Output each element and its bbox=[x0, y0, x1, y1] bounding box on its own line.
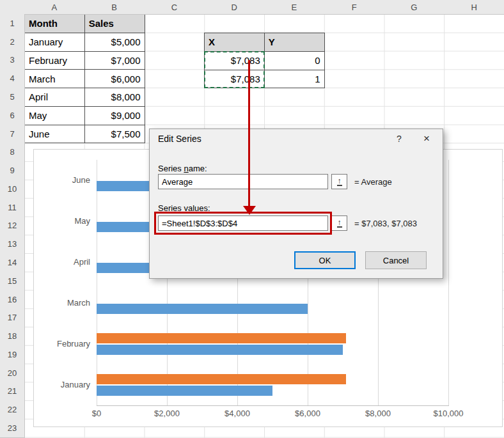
cell-E4[interactable]: 1 bbox=[265, 70, 325, 89]
chart-category-label-february: February bbox=[39, 339, 90, 348]
row-header-16[interactable]: 16 bbox=[0, 290, 25, 309]
column-header-E[interactable]: E bbox=[264, 0, 325, 15]
collapse-dialog-icon: ↑ bbox=[337, 177, 342, 186]
column-header-C[interactable]: C bbox=[145, 0, 205, 15]
row-header-4[interactable]: 4 bbox=[0, 69, 25, 88]
cell-B6[interactable]: $9,000 bbox=[85, 107, 145, 125]
row-header-13[interactable]: 13 bbox=[0, 235, 25, 254]
series-values-label: Series values: bbox=[158, 203, 210, 213]
row-header-8[interactable]: 8 bbox=[0, 143, 25, 162]
chart-gridline-0 bbox=[97, 160, 97, 405]
annotation-arrow-head bbox=[243, 206, 256, 215]
cell-B2[interactable]: $5,000 bbox=[85, 33, 145, 52]
row-header-14[interactable]: 14 bbox=[0, 253, 25, 272]
series-name-input[interactable] bbox=[158, 174, 328, 189]
cell-B4[interactable]: $6,000 bbox=[85, 70, 145, 88]
ok-button[interactable]: OK bbox=[294, 251, 356, 269]
chart-xaxis-label-0: $0 bbox=[92, 409, 101, 418]
column-header-H[interactable]: H bbox=[444, 0, 504, 15]
cell-A3[interactable]: February bbox=[25, 52, 85, 70]
row-header-1[interactable]: 1 bbox=[0, 14, 25, 33]
chart-xaxis-label-5: $10,000 bbox=[434, 409, 464, 418]
edit-series-dialog: Edit Series ? × Series name: ↑ = Average… bbox=[149, 129, 443, 279]
chart-bar-sales-march[interactable] bbox=[97, 304, 308, 314]
column-header-G[interactable]: G bbox=[384, 0, 445, 15]
chart-category-label-may: May bbox=[39, 216, 90, 226]
column-header-A[interactable]: A bbox=[24, 0, 85, 15]
column-header-B[interactable]: B bbox=[84, 0, 145, 15]
series-name-label: Series name: bbox=[158, 164, 207, 173]
row-header-11[interactable]: 11 bbox=[0, 198, 25, 217]
cancel-button[interactable]: Cancel bbox=[365, 251, 427, 269]
cell-E2[interactable]: Y bbox=[265, 33, 325, 52]
cell-D4[interactable]: $7,083 bbox=[205, 70, 265, 89]
help-button[interactable]: ? bbox=[386, 129, 412, 148]
chart-xaxis-label-1: $2,000 bbox=[154, 409, 180, 418]
chart-bar-sales-january[interactable] bbox=[97, 386, 272, 396]
row-header-12[interactable]: 12 bbox=[0, 217, 25, 236]
collapse-dialog-button-values[interactable]: ↑ bbox=[331, 215, 347, 231]
chart-gridline-10000 bbox=[448, 160, 449, 405]
cell-A6[interactable]: May bbox=[25, 107, 85, 125]
sales-table: MonthSalesJanuary$5,000February$7,000Mar… bbox=[24, 14, 145, 143]
row-header-5[interactable]: 5 bbox=[0, 88, 25, 107]
series-name-label-text2: ame: bbox=[189, 164, 207, 173]
row-header-18[interactable]: 18 bbox=[0, 327, 25, 346]
cell-A4[interactable]: March bbox=[25, 70, 85, 88]
row-header-7[interactable]: 7 bbox=[0, 125, 25, 144]
cell-A2[interactable]: January bbox=[25, 33, 85, 52]
column-header-F[interactable]: F bbox=[324, 0, 385, 15]
series-name-mnemonic: n bbox=[184, 164, 188, 173]
cell-D2[interactable]: X bbox=[205, 33, 265, 52]
cell-B5[interactable]: $8,000 bbox=[85, 88, 145, 107]
row-header-15[interactable]: 15 bbox=[0, 272, 25, 291]
collapse-dialog-button-name[interactable]: ↑ bbox=[331, 174, 347, 189]
column-header-D[interactable]: D bbox=[204, 0, 265, 15]
cell-B7[interactable]: $7,500 bbox=[85, 125, 145, 144]
cell-A7[interactable]: June bbox=[25, 125, 85, 144]
chart-category-label-march: March bbox=[39, 298, 90, 308]
row-header-22[interactable]: 22 bbox=[0, 400, 25, 419]
chart-xaxis-label-2: $4,000 bbox=[224, 409, 250, 418]
cell-A1[interactable]: Month bbox=[25, 15, 85, 33]
row-header-20[interactable]: 20 bbox=[0, 364, 25, 383]
chart-category-label-april: April bbox=[39, 257, 90, 267]
cell-B1[interactable]: Sales bbox=[85, 15, 145, 33]
series-values-label-text2: alues: bbox=[188, 203, 210, 213]
row-header-21[interactable]: 21 bbox=[0, 382, 25, 402]
series-name-preview: = Average bbox=[354, 177, 392, 187]
chart-category-label-january: January bbox=[39, 380, 90, 389]
annotation-arrow-line bbox=[248, 60, 250, 206]
chart-bar-average-february[interactable] bbox=[97, 333, 346, 343]
series-values-label-text: Series bbox=[158, 203, 184, 213]
cell-E3[interactable]: 0 bbox=[265, 52, 325, 70]
chart-bar-sales-february[interactable] bbox=[97, 345, 343, 355]
cell-B3[interactable]: $7,000 bbox=[85, 52, 145, 70]
row-header-23[interactable]: 23 bbox=[0, 419, 25, 438]
series-values-preview: = $7,083, $7,083 bbox=[354, 219, 417, 228]
chart-xaxis-label-3: $6,000 bbox=[295, 409, 320, 418]
select-all-corner[interactable] bbox=[0, 0, 25, 15]
row-header-6[interactable]: 6 bbox=[0, 106, 25, 125]
xy-table: XY$7,0830$7,0831 bbox=[204, 33, 325, 88]
excel-window: MonthSalesJanuary$5,000February$7,000Mar… bbox=[0, 0, 504, 438]
series-values-input[interactable] bbox=[158, 215, 328, 231]
row-header-3[interactable]: 3 bbox=[0, 51, 25, 70]
chart-bar-average-january[interactable] bbox=[97, 374, 346, 384]
row-header-19[interactable]: 19 bbox=[0, 345, 25, 364]
row-header-9[interactable]: 9 bbox=[0, 161, 25, 180]
dialog-title: Edit Series bbox=[158, 134, 201, 144]
close-button[interactable]: × bbox=[413, 129, 440, 148]
cell-A5[interactable]: April bbox=[25, 88, 85, 107]
row-header-17[interactable]: 17 bbox=[0, 308, 25, 327]
collapse-dialog-icon: ↑ bbox=[337, 219, 342, 228]
chart-xaxis-label-4: $8,000 bbox=[365, 409, 391, 418]
row-header-2[interactable]: 2 bbox=[0, 33, 25, 52]
chart-category-axis-line bbox=[97, 405, 449, 406]
chart-category-label-june: June bbox=[39, 175, 90, 185]
series-name-label-text: Series bbox=[158, 164, 184, 173]
cell-D3[interactable]: $7,083 bbox=[205, 52, 265, 70]
row-header-10[interactable]: 10 bbox=[0, 180, 25, 199]
